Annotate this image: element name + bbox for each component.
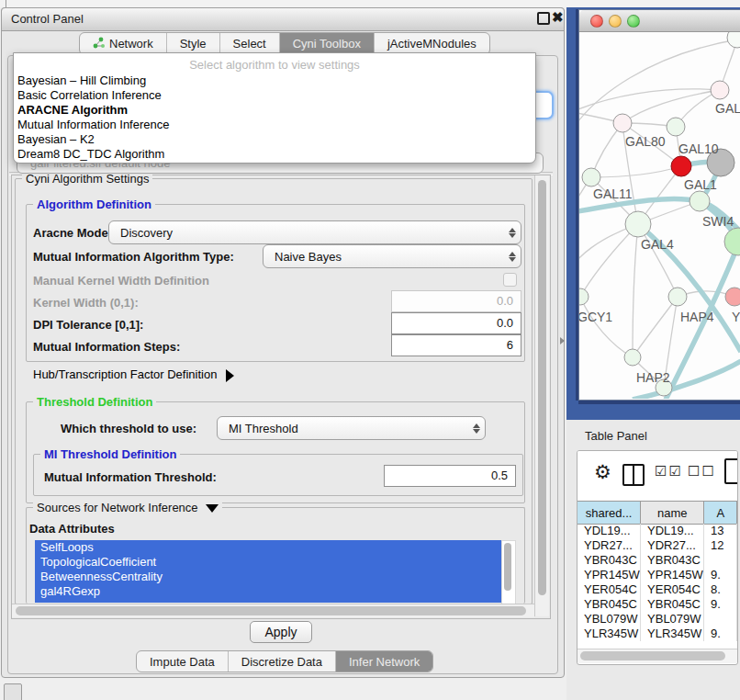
network-node[interactable] bbox=[725, 288, 740, 306]
mi-steps-field[interactable]: 6 bbox=[391, 334, 521, 356]
mi-algorithm-type-value: Naive Bayes bbox=[263, 250, 504, 264]
network-node[interactable] bbox=[668, 288, 687, 306]
hub-definition-toggle[interactable]: Hub/Transcription Factor Definition bbox=[33, 367, 234, 382]
list-scrollbar-thumb[interactable] bbox=[504, 543, 511, 591]
table-row[interactable]: YDL19...YDL19...13 bbox=[577, 524, 737, 538]
tab-label: Discretize Data bbox=[241, 655, 322, 669]
attribute-item[interactable]: TopologicalCoefficient bbox=[35, 555, 501, 570]
tab-impute-data[interactable]: Impute Data bbox=[137, 651, 229, 672]
network-node[interactable] bbox=[613, 114, 632, 132]
algorithm-option[interactable]: Mutual Information Inference bbox=[17, 118, 532, 132]
network-node[interactable] bbox=[724, 228, 740, 255]
table-cell: 9. bbox=[704, 627, 737, 641]
network-node[interactable] bbox=[624, 349, 641, 366]
table-cell: YBL079W bbox=[577, 612, 641, 627]
deselect-all-checkboxes-icon[interactable]: ☐☐ bbox=[688, 463, 716, 480]
algorithm-option[interactable]: ARACNE Algorithm bbox=[17, 103, 532, 118]
table-cell: 9. bbox=[704, 597, 737, 612]
table-row[interactable]: YBR043CYBR043C bbox=[577, 553, 737, 568]
combo-arrows-icon bbox=[504, 228, 521, 238]
columns-icon[interactable] bbox=[622, 464, 645, 486]
mi-steps-value: 6 bbox=[507, 338, 513, 352]
network-node[interactable] bbox=[690, 191, 710, 211]
hub-definition-label: Hub/Transcription Factor Definition bbox=[33, 367, 217, 381]
close-icon[interactable]: ✖ bbox=[552, 9, 564, 26]
data-attributes-list[interactable]: SelfLoopsTopologicalCoefficientBetweenne… bbox=[35, 540, 501, 603]
sources-toggle[interactable]: Sources for Network Inference bbox=[33, 501, 222, 514]
algorithm-option[interactable]: Bayesian – K2 bbox=[17, 132, 532, 147]
tab-label: Infer Network bbox=[349, 655, 420, 669]
tab-discretize-data[interactable]: Discretize Data bbox=[229, 651, 336, 672]
network-node[interactable] bbox=[711, 81, 729, 99]
select-all-checkboxes-icon[interactable]: ☑☑ bbox=[655, 463, 683, 480]
tab-style[interactable]: Style bbox=[167, 33, 220, 54]
dpi-tolerance-field[interactable]: 0.0 bbox=[391, 312, 521, 334]
table-cell: 12 bbox=[704, 538, 737, 553]
node-label: Y bbox=[732, 310, 740, 324]
network-edge bbox=[580, 297, 633, 357]
manual-kernel-width-checkbox[interactable] bbox=[503, 273, 517, 287]
table-hscrollbar-thumb[interactable] bbox=[580, 651, 725, 660]
settings-hscrollbar-thumb[interactable] bbox=[16, 606, 526, 615]
table-cell: 8. bbox=[704, 582, 737, 597]
zoom-traffic-light[interactable] bbox=[627, 15, 640, 28]
collapsed-panel-button[interactable] bbox=[4, 683, 22, 700]
table-row[interactable]: YBL079WYBL079W bbox=[577, 612, 737, 627]
network-window-titlebar[interactable] bbox=[579, 10, 740, 32]
network-node[interactable] bbox=[625, 211, 651, 237]
network-canvas[interactable]: GALGAL80GAL10GAL1GAL11SWI4GAL4GCY1HAP4YH… bbox=[579, 32, 740, 399]
splitter-arrow-icon[interactable] bbox=[560, 337, 565, 344]
network-node[interactable] bbox=[579, 288, 589, 305]
network-edge bbox=[622, 90, 720, 123]
table-cell: YDL19... bbox=[641, 524, 704, 538]
column-header-name[interactable]: name bbox=[641, 502, 704, 524]
table-row[interactable]: YLR345WYLR345W9. bbox=[577, 627, 737, 641]
which-threshold-label: Which threshold to use: bbox=[61, 422, 196, 435]
bottom-tabbar: Impute DataDiscretize DataInfer Network bbox=[136, 650, 433, 672]
float-window-icon[interactable] bbox=[537, 12, 550, 25]
tab-infer-network[interactable]: Infer Network bbox=[336, 651, 432, 672]
table-row[interactable]: YBR045CYBR045C9. bbox=[577, 597, 737, 612]
mi-threshold-field[interactable]: 0.5 bbox=[384, 465, 516, 487]
aracne-mode-select[interactable]: Discovery bbox=[108, 220, 521, 244]
table-cell bbox=[704, 612, 737, 627]
tab-jactivemnodules[interactable]: jActiveMNodules bbox=[375, 33, 489, 54]
algorithm-option[interactable]: Basic Correlation Inference bbox=[17, 88, 532, 103]
settings-hscrollbar[interactable] bbox=[12, 604, 534, 617]
which-threshold-select[interactable]: MI Threshold bbox=[217, 416, 486, 440]
network-node[interactable] bbox=[667, 118, 685, 136]
settings-vscrollbar[interactable] bbox=[534, 175, 549, 616]
gear-icon[interactable]: ⚙ bbox=[594, 461, 611, 483]
table-cell: YER054C bbox=[577, 582, 641, 597]
control-panel-titlebar[interactable] bbox=[1, 7, 565, 31]
attribute-item[interactable]: BetweennessCentrality bbox=[35, 570, 501, 584]
network-node[interactable] bbox=[582, 168, 600, 186]
sources-title: Sources for Network Inference bbox=[37, 501, 198, 514]
table-row[interactable]: YDR27...YDR27...12 bbox=[577, 538, 737, 553]
network-node[interactable] bbox=[727, 32, 740, 48]
table-row[interactable]: YPR145WYPR145W9. bbox=[577, 568, 737, 582]
algorithm-option[interactable]: Dream8 DC_TDC Algorithm bbox=[17, 147, 532, 162]
export-table-icon[interactable] bbox=[724, 458, 738, 484]
kernel-width-value: 0.0 bbox=[497, 294, 513, 308]
popup-header: Select algorithm to view settings bbox=[14, 58, 535, 72]
settings-vscrollbar-thumb[interactable] bbox=[538, 180, 546, 595]
apply-button[interactable]: Apply bbox=[250, 621, 312, 643]
column-header-shared[interactable]: shared... bbox=[577, 502, 641, 524]
tab-network[interactable]: Network bbox=[80, 33, 167, 54]
attribute-item[interactable]: gal4RGexp bbox=[35, 584, 501, 599]
table-hscrollbar[interactable] bbox=[577, 649, 737, 663]
column-header-a[interactable]: A bbox=[704, 502, 737, 524]
table-cell: YBR045C bbox=[577, 597, 641, 612]
list-scrollbar[interactable] bbox=[501, 540, 516, 604]
mi-algorithm-type-select[interactable]: Naive Bayes bbox=[263, 244, 521, 268]
close-traffic-light[interactable] bbox=[590, 15, 603, 28]
algorithm-option[interactable]: Bayesian – Hill Climbing bbox=[17, 73, 532, 88]
tab-select[interactable]: Select bbox=[220, 33, 280, 54]
attribute-item[interactable]: SelfLoops bbox=[35, 540, 501, 555]
table-row[interactable]: YER054CYER054C8. bbox=[577, 582, 737, 597]
minimize-traffic-light[interactable] bbox=[609, 15, 622, 28]
network-node[interactable] bbox=[671, 156, 691, 176]
app-top-strip bbox=[0, 0, 740, 7]
tab-cyni-toolbox[interactable]: Cyni Toolbox bbox=[280, 33, 375, 54]
